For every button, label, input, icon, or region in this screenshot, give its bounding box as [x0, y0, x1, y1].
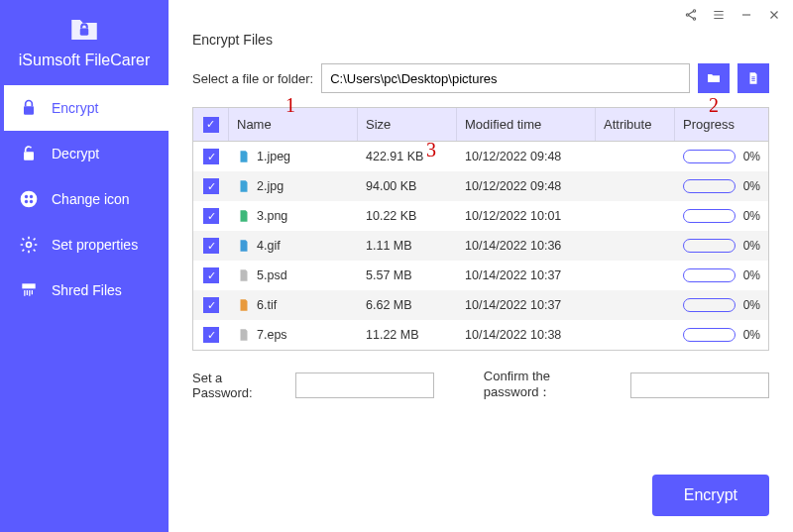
- file-modified-time: 10/12/2022 09:48: [457, 179, 596, 193]
- col-progress[interactable]: Progress: [675, 108, 768, 141]
- table-row[interactable]: ✓1.jpeg422.91 KB10/12/2022 09:480%: [193, 142, 768, 171]
- minimize-button[interactable]: [739, 8, 753, 25]
- file-size: 422.91 KB: [358, 150, 457, 163]
- sidebar-item-change-icon[interactable]: Change icon: [0, 176, 169, 222]
- progress-bar: [683, 328, 736, 342]
- svg-point-7: [30, 200, 33, 203]
- path-row: Select a file or folder:: [192, 63, 769, 93]
- file-modified-time: 10/14/2022 10:37: [457, 298, 596, 312]
- file-modified-time: 10/14/2022 10:36: [457, 239, 596, 253]
- col-name[interactable]: Name: [229, 108, 358, 141]
- content: Encrypt Files Select a file or folder: ✓…: [169, 32, 793, 532]
- col-attr[interactable]: Attribute: [596, 108, 675, 141]
- file-modified-time: 10/14/2022 10:37: [457, 268, 596, 282]
- file-size: 5.57 MB: [358, 268, 457, 282]
- row-checkbox[interactable]: ✓: [203, 267, 219, 283]
- row-checkbox[interactable]: ✓: [203, 238, 219, 254]
- progress-bar: [683, 298, 736, 312]
- table-header: ✓ Name Size Modified time Attribute Prog…: [193, 108, 768, 142]
- svg-rect-1: [24, 106, 34, 114]
- sidebar-item-label: Change icon: [52, 191, 130, 207]
- col-size[interactable]: Size: [358, 108, 457, 141]
- sidebar-item-decrypt[interactable]: Decrypt: [0, 131, 169, 176]
- file-type-icon: [237, 328, 251, 342]
- shred-icon: [18, 279, 40, 301]
- progress-bar: [683, 150, 736, 163]
- titlebar: [169, 0, 793, 32]
- app-logo: iSumsoft FileCarer: [0, 0, 169, 77]
- gear-icon: [18, 234, 40, 256]
- browse-file-button[interactable]: [737, 63, 769, 93]
- file-type-icon: [237, 298, 251, 312]
- table-row[interactable]: ✓3.png10.22 KB10/12/2022 10:010%: [193, 201, 768, 231]
- file-type-icon: [237, 179, 251, 193]
- page-heading: Encrypt Files: [192, 32, 769, 48]
- row-checkbox[interactable]: ✓: [203, 327, 219, 343]
- table-row[interactable]: ✓2.jpg94.00 KB10/12/2022 09:480%: [193, 171, 768, 201]
- password-input[interactable]: [295, 372, 434, 398]
- file-type-icon: [237, 268, 251, 282]
- sidebar-item-encrypt[interactable]: Encrypt: [0, 85, 169, 131]
- svg-rect-2: [24, 152, 34, 160]
- progress-text: 0%: [743, 239, 760, 253]
- close-button[interactable]: [767, 8, 781, 25]
- row-checkbox[interactable]: ✓: [203, 149, 219, 164]
- sidebar-item-shred-files[interactable]: Shred Files: [0, 267, 169, 313]
- progress-text: 0%: [743, 298, 760, 312]
- confirm-password-input[interactable]: [630, 372, 769, 398]
- progress-bar: [683, 179, 736, 193]
- svg-point-8: [27, 243, 32, 248]
- progress-text: 0%: [743, 328, 760, 342]
- file-table: ✓ Name Size Modified time Attribute Prog…: [192, 107, 769, 351]
- confirm-password-label: Confirm the password：: [484, 369, 621, 401]
- file-size: 11.22 MB: [358, 328, 457, 342]
- menu-icon[interactable]: [712, 8, 726, 25]
- progress-bar: [683, 209, 736, 223]
- file-size: 10.22 KB: [358, 209, 457, 223]
- table-row[interactable]: ✓7.eps11.22 MB10/14/2022 10:380%: [193, 320, 768, 350]
- file-modified-time: 10/14/2022 10:38: [457, 328, 596, 342]
- path-input[interactable]: [321, 63, 690, 93]
- folder-lock-icon: [66, 12, 102, 48]
- svg-point-11: [686, 13, 688, 15]
- sidebar-item-label: Decrypt: [52, 146, 99, 161]
- sidebar-item-set-properties[interactable]: Set properties: [0, 222, 169, 267]
- sidebar-item-label: Shred Files: [52, 282, 122, 298]
- svg-point-12: [693, 17, 695, 19]
- row-checkbox[interactable]: ✓: [203, 178, 219, 194]
- file-modified-time: 10/12/2022 09:48: [457, 150, 596, 163]
- app-title: iSumsoft FileCarer: [19, 52, 150, 69]
- browse-folder-button[interactable]: [698, 63, 730, 93]
- table-row[interactable]: ✓5.psd5.57 MB10/14/2022 10:370%: [193, 261, 768, 290]
- file-name: 7.eps: [257, 328, 287, 342]
- file-type-icon: [237, 150, 251, 163]
- file-modified-time: 10/12/2022 10:01: [457, 209, 596, 223]
- svg-point-10: [693, 9, 695, 11]
- path-label: Select a file or folder:: [192, 71, 313, 86]
- svg-rect-9: [22, 283, 35, 288]
- nav: EncryptDecryptChange iconSet propertiesS…: [0, 85, 169, 313]
- svg-rect-0: [80, 29, 89, 36]
- sidebar-item-label: Set properties: [52, 237, 138, 253]
- file-name: 1.jpeg: [257, 150, 290, 163]
- share-icon[interactable]: [684, 8, 698, 25]
- table-row[interactable]: ✓4.gif1.11 MB10/14/2022 10:360%: [193, 231, 768, 261]
- file-name: 2.jpg: [257, 179, 283, 193]
- sidebar-item-label: Encrypt: [52, 100, 98, 116]
- row-checkbox[interactable]: ✓: [203, 297, 219, 313]
- sidebar: iSumsoft FileCarer EncryptDecryptChange …: [0, 0, 169, 532]
- action-row: Encrypt: [192, 455, 769, 516]
- progress-text: 0%: [743, 179, 760, 193]
- file-name: 4.gif: [257, 239, 281, 253]
- encrypt-button[interactable]: Encrypt: [652, 475, 769, 516]
- lock-icon: [18, 97, 40, 119]
- file-type-icon: [237, 239, 251, 253]
- table-row[interactable]: ✓6.tif6.62 MB10/14/2022 10:370%: [193, 290, 768, 320]
- file-name: 6.tif: [257, 298, 277, 312]
- progress-text: 0%: [743, 209, 760, 223]
- file-name: 3.png: [257, 209, 287, 223]
- col-time[interactable]: Modified time: [457, 108, 596, 141]
- row-checkbox[interactable]: ✓: [203, 208, 219, 224]
- select-all-checkbox[interactable]: ✓: [203, 117, 219, 133]
- svg-point-6: [25, 200, 28, 203]
